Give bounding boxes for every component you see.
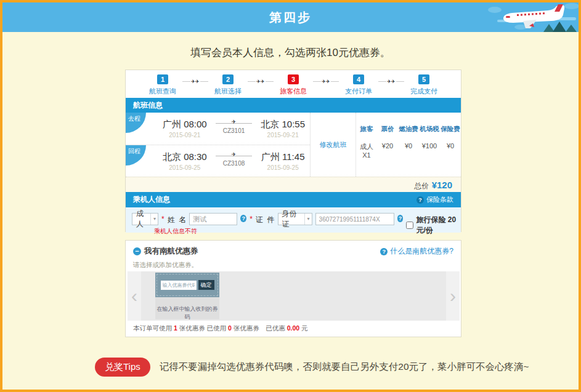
passenger-info-title: 乘机人信息: [133, 192, 170, 207]
price-table-row: 成人X1 ¥20 ¥0 ¥100 ¥0: [356, 142, 461, 159]
col-airport-tax: 机场税: [419, 125, 440, 134]
step-payment-done: 5 完成支付: [404, 74, 444, 96]
header-bar: 第四步: [2, 2, 579, 32]
passenger-type-select[interactable]: 成人 ▾: [132, 213, 158, 225]
step-number: 3: [288, 74, 299, 84]
required-asterisk: *: [161, 215, 165, 223]
cell-fuel-fee: ¥0: [398, 142, 419, 159]
flight-info-title: 航班信息: [133, 98, 163, 113]
step-number: 4: [353, 74, 364, 84]
step-connector: ✈✈: [378, 79, 404, 84]
step-label: 航班查询: [149, 87, 176, 96]
step-passenger-info: 3 旅客信息: [274, 74, 313, 96]
step-indicator: 1 航班查询 ✈✈ 2 航班选择 ✈✈ 3 旅客信息 ✈✈ 4 支付订单 ✈✈ …: [126, 70, 461, 98]
id-help-icon[interactable]: ?: [397, 215, 404, 222]
summary-text: 张优惠券 已使用: [177, 324, 228, 332]
step-label: 航班选择: [214, 87, 242, 96]
summary-text: 本订单可使用: [133, 324, 174, 332]
modify-flight-link[interactable]: 修改航班: [320, 140, 347, 150]
flight-details: 去程 广州 08:00 2015-09-21 ✈ CZ3101 北京 10:55…: [126, 113, 461, 177]
name-input[interactable]: [189, 213, 237, 225]
arrival-time: 11:45: [282, 151, 304, 162]
departure-time: 08:30: [184, 151, 207, 162]
coupon-card: 确定 在输入框中输入收到的券码: [155, 273, 219, 319]
arrival-city: 北京: [261, 119, 279, 129]
arrival-info: 广州 11:45 2015-09-25: [256, 151, 310, 171]
plane-arrows-icon: ✈✈: [321, 79, 330, 84]
coupon-carousel: ‹ 确定 在输入框中输入收到的券码 ›: [128, 271, 460, 321]
required-asterisk: *: [250, 215, 253, 223]
plane-arrows-icon: ✈✈: [256, 79, 265, 84]
carousel-next-button[interactable]: ›: [446, 271, 460, 321]
carousel-prev-button[interactable]: ‹: [128, 271, 141, 321]
step-flight-search: 1 航班查询: [143, 74, 182, 96]
cell-insurance-fee: ¥0: [440, 142, 461, 159]
coupon-summary: 本订单可使用 1 张优惠券 已使用 0 张优惠券 已优惠 0.00 元: [133, 324, 308, 333]
coupon-code-input[interactable]: [161, 281, 197, 290]
price-table-header: 旅客 票价 燃油费 机场税 保险费: [356, 125, 461, 134]
insurance-terms-link[interactable]: ? 保险条款: [416, 192, 453, 207]
departure-city: 北京: [163, 151, 181, 162]
flight-number: CZ3108: [213, 160, 255, 167]
departure-date: 2015-09-21: [158, 132, 212, 138]
id-type-select[interactable]: 身份证 ▾: [278, 213, 312, 225]
step-connector: ✈✈: [313, 79, 339, 84]
id-number-input[interactable]: [315, 213, 394, 225]
plane-arrows-icon: ✈✈: [190, 79, 200, 84]
passenger-form: 成人 ▾ * 姓 名 ? * 证 件 身份证 ▾ ? 旅行保险 20元/份 乘机…: [126, 207, 461, 233]
tips-text: 记得不要漏掉勾选优惠券代码噢，否则就要自己另外支付20元了，菜小胖可不会心疼滴~: [160, 361, 529, 374]
coupon-code-entry: 确定: [155, 273, 219, 297]
arrival-city: 广州: [261, 151, 280, 162]
departure-city: 广州: [163, 119, 181, 129]
step-number: 5: [418, 74, 429, 84]
departure-info: 广州 08:00 2015-09-21: [158, 119, 212, 138]
modify-flight-column: 修改航班: [310, 113, 356, 177]
departure-time: 08:00: [184, 119, 207, 129]
insurance-label: 旅行保险 20元/份: [416, 215, 461, 236]
chevron-down-icon: ▾: [150, 214, 156, 225]
cert-label: 证 件: [256, 215, 275, 225]
inbound-badge: 回程: [126, 145, 146, 166]
arrival-date: 2015-09-21: [256, 132, 310, 138]
coupon-help-link[interactable]: ? 什么是南航优惠券?: [380, 246, 453, 257]
instruction-text: 填写会员本人信息，勾选两张10元优惠券。: [2, 46, 579, 60]
total-value: ¥120: [432, 180, 452, 190]
name-label: 姓 名: [168, 215, 187, 225]
coupon-panel: − 我有南航优惠券 ? 什么是南航优惠券? 请选择或添加优惠券。 ‹ 确定 在输…: [125, 240, 461, 337]
name-help-icon[interactable]: ?: [240, 215, 246, 222]
step-label: 支付订单: [345, 87, 372, 96]
question-icon: ?: [416, 196, 424, 204]
col-fare: 票价: [377, 125, 398, 134]
arrival-date: 2015-09-25: [256, 164, 310, 171]
id-type-value: 身份证: [282, 209, 301, 230]
arrival-time: 10:55: [282, 119, 305, 129]
flight-number: CZ3101: [213, 127, 255, 134]
outbound-flight-row: 去程 广州 08:00 2015-09-21 ✈ CZ3101 北京 10:55…: [126, 113, 310, 145]
flight-route: ✈ CZ3108: [213, 156, 255, 167]
chevron-down-icon: ▾: [304, 214, 310, 225]
step-number: 1: [157, 74, 168, 84]
step-label: 旅客信息: [280, 87, 307, 96]
coupon-help-label: 什么是南航优惠券?: [390, 246, 453, 257]
plane-arrows-icon: ✈✈: [386, 79, 396, 84]
question-icon: ?: [380, 248, 388, 255]
page: 第四步 填写会员本人信息，勾选两张10元优惠券。: [0, 0, 581, 392]
departure-date: 2015-09-25: [158, 164, 212, 171]
flight-rows: 去程 广州 08:00 2015-09-21 ✈ CZ3101 北京 10:55…: [126, 113, 310, 177]
coupon-hint: 请选择或添加优惠券。: [133, 261, 198, 270]
total-label: 总价: [414, 182, 429, 190]
outbound-badge: 去程: [126, 113, 146, 133]
airplane-illustration: [485, 2, 579, 32]
cell-fare: ¥20: [377, 142, 398, 159]
step-pay-order: 4 支付订单: [339, 74, 378, 96]
discount-amount: 0.00: [287, 324, 299, 332]
coupon-title: 我有南航优惠券: [144, 246, 198, 257]
inbound-flight-row: 回程 北京 08:30 2015-09-25 ✈ CZ3108 广州 11:45…: [126, 145, 310, 177]
insurance-checkbox[interactable]: [406, 222, 413, 229]
step-number: 2: [222, 74, 234, 84]
tips-row: 兑奖Tips 记得不要漏掉勾选优惠券代码噢，否则就要自己另外支付20元了，菜小胖…: [95, 358, 529, 377]
step-connector: ✈✈: [182, 79, 208, 84]
coupon-confirm-button[interactable]: 确定: [198, 280, 214, 290]
price-table: 旅客 票价 燃油费 机场税 保险费 成人X1 ¥20 ¥0 ¥100 ¥0: [356, 113, 461, 177]
coupon-section-toggle[interactable]: − 我有南航优惠券: [133, 246, 198, 257]
